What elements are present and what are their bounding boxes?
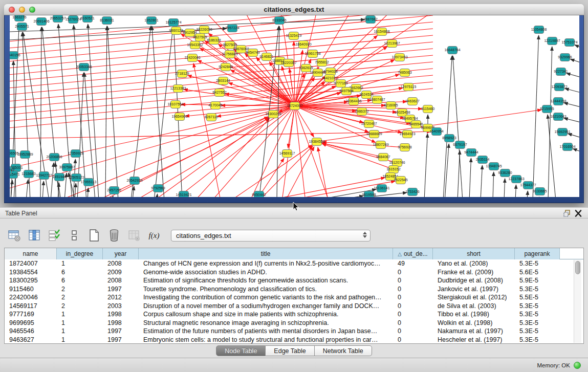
graph-node[interactable]: 6497568	[339, 87, 353, 95]
graph-node[interactable]: 18107554	[167, 101, 183, 108]
graph-node[interactable]: 14519421	[176, 191, 191, 198]
graph-node[interactable]: 8267110	[205, 114, 219, 121]
table-row[interactable]: 946554611997Estimation of the future num…	[5, 327, 583, 336]
graph-node[interactable]: 7986372	[355, 108, 368, 116]
graph-node[interactable]: 17544377	[520, 182, 536, 189]
graph-node[interactable]: 12975115	[401, 83, 417, 91]
graph-node[interactable]: 4170045	[208, 102, 222, 110]
graph-node[interactable]: 16210643	[550, 113, 566, 121]
graph-node[interactable]: 8136031	[100, 17, 114, 25]
show-columns-icon[interactable]	[27, 228, 41, 243]
graph-node[interactable]: 7955812	[315, 59, 329, 67]
float-window-icon[interactable]	[562, 209, 572, 217]
function-builder-icon[interactable]: f(x)	[147, 228, 161, 243]
graph-node[interactable]: 9242848	[219, 63, 232, 71]
table-row[interactable]: 969969511998Structural magnetic resonanc…	[5, 319, 583, 327]
close-panel-icon[interactable]	[574, 209, 583, 217]
graph-node[interactable]: 9115460	[421, 105, 435, 113]
network-canvas[interactable]: 1872400798601238912954232260589827509818…	[10, 15, 579, 197]
graph-node[interactable]: 16154808	[374, 28, 389, 36]
graph-node[interactable]: 2405571	[15, 23, 29, 31]
scrollbar-thumb[interactable]	[575, 261, 580, 274]
graph-node[interactable]: 23226058	[196, 26, 212, 34]
graph-node[interactable]: 1952801	[144, 17, 158, 25]
graph-node[interactable]: 9884067	[376, 154, 390, 161]
graph-node[interactable]: 20653257	[50, 15, 66, 23]
graph-node[interactable]: 2718129	[175, 70, 189, 78]
close-button[interactable]	[9, 7, 15, 13]
graph-node[interactable]: 9450442	[252, 191, 266, 198]
graph-node[interactable]: 12237863	[508, 176, 524, 183]
graph-node[interactable]: 8186328	[207, 37, 221, 45]
graph-node[interactable]: 10688609	[366, 130, 382, 138]
import-table-icon[interactable]	[127, 228, 141, 243]
graph-node[interactable]: 18952889	[17, 151, 33, 159]
column-header-name[interactable]: name	[5, 248, 57, 259]
graph-node[interactable]: 15276024	[65, 16, 81, 24]
graph-node[interactable]: 16961758	[304, 50, 320, 58]
graph-node[interactable]: 17359928	[68, 150, 83, 158]
graph-node[interactable]: 2522545	[394, 177, 407, 184]
graph-node[interactable]: 12093872	[551, 83, 567, 91]
graph-node[interactable]: 8193046	[272, 17, 286, 25]
graph-node[interactable]: 2935114	[476, 156, 490, 164]
new-table-icon[interactable]	[87, 228, 101, 243]
graph-node[interactable]: 12444158	[550, 98, 566, 105]
network-window-titlebar[interactable]: citations_edges.txt	[4, 4, 584, 15]
column-header-pagerank[interactable]: pagerank	[515, 248, 560, 259]
graph-node[interactable]: 8454749	[246, 49, 259, 57]
graph-node[interactable]: 8215955	[540, 105, 554, 113]
graph-node[interactable]: 9146821	[259, 53, 273, 61]
graph-node[interactable]: 1451944	[52, 173, 66, 181]
graph-node[interactable]: 14569117	[279, 150, 295, 158]
graph-node[interactable]: 13948745	[486, 163, 502, 170]
graph-node[interactable]: 1640954	[429, 128, 443, 136]
graph-node[interactable]: 19654903	[171, 113, 187, 121]
graph-node[interactable]: 20053346	[76, 63, 92, 71]
zoom-button[interactable]	[29, 7, 35, 13]
graph-node[interactable]: 9474444	[464, 149, 478, 157]
graph-node[interactable]: 20206856	[46, 154, 62, 161]
graph-node[interactable]: 11325419	[286, 32, 302, 40]
graph-node[interactable]: 2457150	[107, 187, 121, 194]
graph-node[interactable]: 17016504	[559, 143, 575, 151]
graph-node[interactable]: 1615152	[386, 166, 400, 173]
graph-node[interactable]: 2887682	[363, 16, 377, 24]
tab-network-table[interactable]: Network Table	[315, 345, 372, 356]
column-header-title[interactable]: title	[139, 248, 393, 259]
graph-node[interactable]: 9860123	[169, 27, 183, 35]
graph-node[interactable]: 12219897	[544, 37, 560, 45]
graph-node[interactable]: 19384554	[309, 138, 324, 146]
graph-node[interactable]: 9336280	[498, 169, 512, 177]
graph-node[interactable]: 15720407	[361, 120, 377, 128]
delete-table-icon[interactable]	[107, 228, 121, 243]
graph-node[interactable]: 9756928	[398, 144, 411, 151]
graph-node[interactable]: 9827509	[193, 34, 207, 41]
column-header-short[interactable]: short	[433, 248, 515, 259]
select-columns-icon[interactable]	[47, 228, 61, 243]
row-height-icon[interactable]	[67, 228, 81, 243]
graph-node[interactable]: 2340156	[10, 52, 20, 59]
tab-edge-table[interactable]: Edge Table	[266, 345, 314, 356]
graph-node[interactable]: 16648784	[444, 47, 460, 54]
graph-node[interactable]: 2803144	[216, 77, 230, 85]
graph-node[interactable]: 6216065	[384, 102, 398, 110]
graph-node[interactable]: 9227341	[554, 68, 568, 76]
graph-node[interactable]: 9619598	[362, 191, 376, 198]
table-row[interactable]: 911546021997Tourette syndrome. Phenomeno…	[5, 285, 583, 294]
graph-node[interactable]: 16136141	[374, 185, 389, 192]
graph-node[interactable]: 8427552	[212, 89, 226, 97]
table-row[interactable]: 946362711997Embryonic stem cells: a mode…	[5, 336, 583, 344]
table-settings-icon[interactable]	[7, 228, 21, 243]
column-header-year[interactable]: year	[103, 248, 139, 259]
column-header-outde[interactable]: △out_de...	[393, 248, 433, 259]
table-vertical-scrollbar[interactable]	[574, 260, 581, 343]
graph-node[interactable]: 15692951	[554, 128, 570, 136]
table-row[interactable]: 977716911998Corpus callosum shape and si…	[5, 310, 583, 319]
graph-node[interactable]: 19654923	[399, 130, 415, 138]
table-row[interactable]: 1872400712008Changes of HCN gene express…	[5, 259, 583, 268]
graph-node[interactable]: 1215683	[21, 170, 35, 178]
graph-node[interactable]: 11054808	[531, 26, 547, 34]
graph-node[interactable]: 18640910	[295, 41, 311, 49]
graph-node[interactable]: 20542934	[126, 177, 142, 185]
